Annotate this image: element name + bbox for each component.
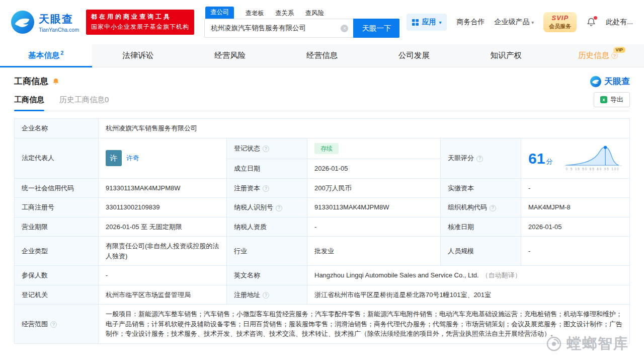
slogan-badge: 都在用的商业查询工具 国家中小企业发展子基金旗下机构 [86, 10, 194, 35]
help-icon[interactable]: ? [263, 185, 269, 192]
value-company-name: 杭州凌旗汽车销售服务有限公司 [99, 119, 630, 138]
tab-operating-risk[interactable]: 经营风险 [184, 44, 276, 67]
biz-coop-link[interactable]: 商务合作 [456, 18, 485, 27]
table-row: 工商注册号 330113002109839 纳税人识别号? 91330113MA… [15, 198, 630, 218]
label-text: 组织机构代码 [448, 203, 487, 211]
export-label: 导出 [610, 95, 623, 104]
value-score: 61分 0 5 15 50 65 80 95 100 [521, 138, 630, 178]
brand-domain: TianYanCha.com [39, 27, 79, 33]
label-credit-code: 统一社会信用代码 [15, 178, 99, 198]
notification-dot [594, 16, 597, 20]
value-english-name: Hangzhou Lingqi Automobile Sales and Ser… [307, 266, 630, 285]
apps-menu-button[interactable]: 应用 ▾ [407, 14, 447, 31]
value-reg-status: 存续 [307, 138, 441, 159]
section-head: 工商信息 天眼查 [14, 76, 630, 87]
value-taxpayer-id: 91330113MAK4MJPM8W [307, 198, 441, 218]
label-insured-count: 参保人数 [15, 266, 99, 285]
clear-icon[interactable]: × [341, 25, 348, 32]
value-reg-authority: 杭州市临平区市场监督管理局 [99, 285, 227, 305]
enterprise-products-link[interactable]: 企业级产品 ▾ [494, 18, 534, 27]
label-reg-capital: 注册资本? [227, 178, 307, 198]
tianyancha-logo[interactable]: 天眼查 TianYanCha.com [11, 11, 79, 34]
value-insured-count: - [99, 266, 227, 285]
value-business-term: 2026-01-05 至 无固定期限 [99, 217, 227, 237]
notification-bell-icon[interactable] [586, 17, 596, 27]
avatar: 许 [106, 150, 122, 166]
table-row: 参保人数 - 英文名称 Hangzhou Lingqi Automobile S… [15, 266, 630, 285]
subtab-history-business-info[interactable]: 历史工商信息0 [59, 95, 109, 111]
label-english-name: 英文名称 [227, 266, 307, 285]
score-axis-ticks: 0 5 15 50 65 80 95 100 [566, 167, 620, 171]
alert-bell-icon[interactable] [52, 78, 60, 86]
label-text: 注册资本 [234, 184, 260, 192]
tab-business-info[interactable]: 经营信息 [276, 44, 368, 67]
help-icon[interactable]: ? [276, 205, 282, 211]
tab-label: 知识产权 [491, 50, 522, 61]
top-header: 天眼查 TianYanCha.com 都在用的商业查询工具 国家中小企业发展子基… [0, 0, 644, 44]
status-badge: 存续 [314, 143, 339, 155]
label-paid-capital: 实缴资本 [441, 178, 521, 198]
value-reg-capital: 200万人民币 [307, 178, 441, 198]
label-text: 天眼评分 [448, 154, 474, 162]
subtab-business-info[interactable]: 工商信息 [14, 95, 44, 111]
tianyancha-logo-icon [590, 76, 601, 87]
help-icon[interactable]: ? [263, 292, 269, 299]
search-input[interactable] [205, 25, 353, 32]
table-row: 营业期限 2026-01-05 至 无固定期限 纳税人资质 - 核准日期 202… [15, 217, 630, 237]
tab-label: 历史信息 [578, 50, 609, 61]
value-taxpayer-quality: - [307, 217, 441, 237]
tab-legal-proceedings[interactable]: 法律诉讼 [92, 44, 184, 67]
search-tab-relation[interactable]: 查关系 [275, 9, 294, 19]
corner-logo-label: 天眼查 [604, 76, 630, 87]
user-more-text[interactable]: 此处有... [606, 18, 633, 27]
search-tab-boss[interactable]: 查老板 [245, 9, 264, 19]
tab-history-info[interactable]: VIP 历史信息 ? [552, 44, 644, 67]
legal-rep-link[interactable]: 许奇 [126, 153, 139, 163]
table-row: 法定代表人 许 许奇 登记状态? 存续 天眼评分? [15, 138, 630, 159]
tab-label: 公司发展 [398, 50, 430, 61]
main-content: 工商信息 天眼查 工商信息 历史工商信息0 x 导出 [0, 76, 644, 344]
tab-intellectual-property[interactable]: 知识产权 [460, 44, 552, 67]
score-distribution-chart: 0 5 15 50 65 80 95 100 [564, 144, 622, 172]
tianyancha-logo-icon [11, 11, 34, 34]
tab-label: 经营信息 [306, 50, 338, 61]
apps-label: 应用 [422, 18, 436, 27]
help-icon[interactable]: ? [490, 205, 496, 211]
label-industry: 行业 [227, 237, 307, 266]
label-text: 登记状态 [234, 144, 260, 152]
label-established: 成立日期 [227, 159, 307, 179]
help-icon[interactable]: ? [50, 321, 57, 328]
header-right: 应用 ▾ 商务合作 企业级产品 ▾ SVIP 会员服务 此处有... [407, 12, 633, 32]
search-input-wrap: × [204, 19, 353, 38]
table-row: 登记机关 杭州市临平区市场监督管理局 注册地址? 浙江省杭州市临平区星桥街道星桥… [15, 285, 630, 305]
english-name-text: Hangzhou Lingqi Automobile Sales and Ser… [314, 271, 479, 279]
search-row: × 天眼一下 [204, 19, 399, 38]
search-button[interactable]: 天眼一下 [353, 19, 399, 38]
label-reg-status: 登记状态? [227, 138, 307, 159]
value-paid-capital: - [521, 178, 630, 198]
tab-company-development[interactable]: 公司发展 [368, 44, 460, 67]
search-tab-risk[interactable]: 查风险 [305, 9, 324, 19]
score-value: 61 [528, 150, 545, 167]
label-reg-number: 工商注册号 [15, 198, 99, 218]
score-unit: 分 [546, 158, 552, 165]
company-nav: 基本信息 2 法律诉讼 经营风险 经营信息 公司发展 知识产权 VIP 历史信息… [0, 44, 644, 67]
table-row: 统一社会信用代码 91330113MAK4MJPM8W 注册资本? 200万人民… [15, 178, 630, 198]
value-org-code: MAK4MJPM-8 [521, 198, 630, 218]
chevron-down-icon: ▾ [531, 20, 534, 25]
tianyancha-corner-logo: 天眼查 [590, 76, 630, 87]
tab-basic-info[interactable]: 基本信息 2 [0, 44, 92, 67]
value-company-type: 有限责任公司(非自然人投资或控股的法人独资) [99, 237, 227, 266]
svip-member-button[interactable]: SVIP 会员服务 [543, 12, 577, 32]
brand-name: 天眼查 [39, 12, 79, 26]
label-legal-rep: 法定代表人 [15, 138, 99, 178]
search-tab-company[interactable]: 查公司 [205, 7, 234, 19]
label-approval-date: 核准日期 [441, 217, 521, 237]
section-title: 工商信息 [14, 76, 48, 87]
export-button[interactable]: x 导出 [594, 92, 630, 107]
label-staff-size: 人员规模 [441, 237, 521, 266]
help-icon[interactable]: ? [263, 146, 269, 152]
table-row: 企业名称 杭州凌旗汽车销售服务有限公司 [15, 119, 630, 138]
help-icon[interactable]: ? [476, 156, 483, 162]
label-business-scope: 经营范围? [15, 305, 99, 344]
